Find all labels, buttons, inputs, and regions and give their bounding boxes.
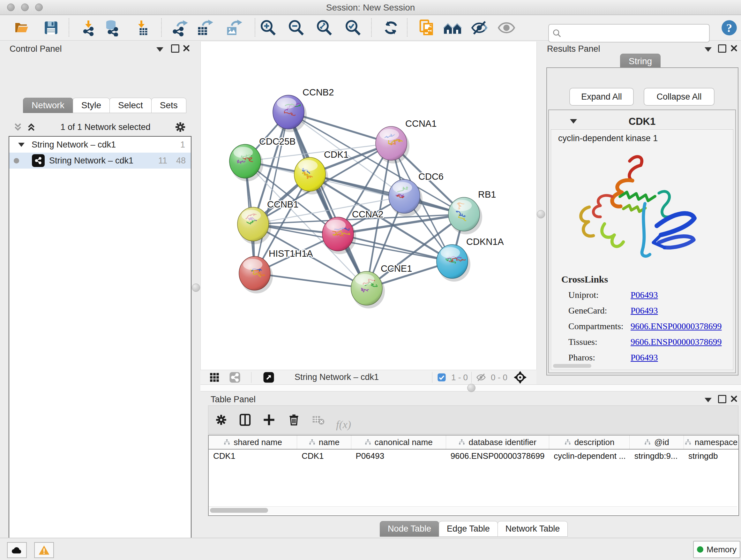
panel-float-icon[interactable] [718,395,726,403]
import-network-file-icon[interactable] [80,19,97,36]
table-cell[interactable]: P06493 [351,451,446,461]
new-network-from-selection-icon[interactable] [418,19,436,37]
table-row[interactable]: CDK1CDK1P064939606.ENSP00000378699cyclin… [209,449,738,462]
table-hscrollbar[interactable] [209,506,737,514]
hidden-eye-slash-icon[interactable] [476,373,486,382]
tab-string[interactable]: String [620,54,661,69]
hide-panels-icon[interactable] [443,20,462,35]
delete-column-trash-icon[interactable] [288,413,300,427]
crosslink-link[interactable]: 9606.ENSP00000378699 [630,337,722,347]
network-collection-row[interactable]: String Network – cdk1 1 [9,137,191,152]
network-row[interactable]: String Network – cdk1 11 48 [9,152,191,169]
expand-all-chevrons-icon[interactable] [26,122,37,132]
crosslink-link[interactable]: P06493 [630,353,658,363]
horizontal-splitter-handle[interactable] [467,384,475,392]
tree-expand-caret-icon[interactable] [18,143,24,147]
show-eye-icon[interactable] [497,20,515,35]
import-network-database-icon[interactable] [104,19,121,37]
table-cell[interactable]: stringdb [684,451,738,461]
table-options-gear-icon[interactable] [215,414,227,426]
collapse-all-chevrons-icon[interactable] [12,122,23,132]
panel-close-icon[interactable] [730,44,738,52]
network-options-gear-icon[interactable] [174,121,186,133]
panel-close-icon[interactable] [183,44,190,52]
delete-table-icon[interactable] [312,415,325,425]
crosslink-link[interactable]: P06493 [630,306,658,316]
refresh-icon[interactable] [383,19,399,36]
tab-network[interactable]: Network [23,98,73,113]
show-columns-icon[interactable] [239,413,252,427]
network-edge-CCNB2-CCNE1[interactable] [288,112,367,288]
left-splitter-handle[interactable] [192,284,200,292]
zoom-out-icon[interactable] [287,19,305,37]
network-node-RB1[interactable]: RB1 [448,189,496,234]
network-node-CDC6[interactable]: CDC6 [389,172,444,216]
table-cell[interactable]: CDK1 [209,451,297,461]
expand-all-button[interactable]: Expand All [569,88,634,106]
birdseye-grid-icon[interactable] [210,373,219,382]
results-scrollbar-thumb[interactable] [553,364,591,368]
panel-close-icon[interactable] [730,395,738,402]
column-header-shared-name[interactable]: shared name [209,435,297,449]
network-node-CDKN1A[interactable]: CDKN1A [436,237,504,282]
tab-sets[interactable]: Sets [151,98,186,113]
column-header-description[interactable]: description [549,435,630,449]
collapse-all-button[interactable]: Collapse All [644,88,715,106]
export-table-icon[interactable] [196,19,213,37]
tab-select[interactable]: Select [110,98,151,113]
tab-edge-table[interactable]: Edge Table [439,521,498,537]
network-node-CCNB2[interactable]: CCNB2 [273,87,334,132]
zoom-in-icon[interactable] [259,19,277,37]
search-box[interactable] [548,24,710,43]
hide-selected-eye-slash-icon[interactable] [471,20,488,36]
crosslink-link[interactable]: 9606.ENSP00000378699 [630,321,722,331]
panel-menu-caret-icon[interactable] [704,398,712,402]
network-node-CCNB1[interactable]: CCNB1 [238,199,298,244]
tab-node-table[interactable]: Node Table [380,521,439,537]
cloud-status-button[interactable] [7,542,27,558]
table-cell[interactable]: CDK1 [297,451,351,461]
warning-status-button[interactable] [34,542,54,558]
function-builder-icon[interactable]: f(x) [336,419,351,431]
table-hscrollbar-thumb[interactable] [210,508,268,513]
zoom-fit-icon[interactable] [316,19,333,37]
network-node-CCNE1[interactable]: CCNE1 [351,263,412,308]
network-node-CDK1[interactable]: CDK1 [294,149,348,194]
fit-content-crosshair-icon[interactable] [514,371,527,384]
open-in-window-icon[interactable] [263,372,274,383]
panel-menu-caret-icon[interactable] [704,47,712,52]
column-header-database-identifier[interactable]: database identifier [446,435,549,449]
crosslink-link[interactable]: P06493 [630,290,658,300]
tab-network-table[interactable]: Network Table [497,521,568,537]
search-input[interactable] [565,28,709,39]
toolbar-separator [371,18,372,37]
panel-float-icon[interactable] [171,44,179,53]
column-header-canonical-name[interactable]: canonical name [351,435,446,449]
selected-checkbox-icon[interactable] [437,373,446,382]
table-cell[interactable]: 9606.ENSP00000378699 [446,451,549,461]
node-label-CCNA1: CCNA1 [405,118,436,129]
horizontal-splitter[interactable] [200,384,741,391]
zoom-selected-icon[interactable] [344,19,361,37]
title-bar: Session: New Session [0,0,741,15]
network-share-icon[interactable] [229,372,241,383]
gene-description: cyclin-dependent kinase 1 [558,133,658,143]
column-header-name[interactable]: name [297,435,351,449]
create-column-plus-icon[interactable] [263,414,275,426]
memory-button[interactable]: Memory [693,541,740,558]
column-header-namespace[interactable]: namespace [684,435,738,449]
table-cell[interactable]: stringdb:9... [630,451,684,461]
network-node-HIST1H1A[interactable]: HIST1H1A [239,248,313,294]
column-header-@id[interactable]: @id [630,435,684,449]
import-table-icon[interactable] [133,19,150,36]
table-cell[interactable]: cyclin-dependent ... [549,451,630,461]
open-session-icon[interactable] [13,20,30,36]
panel-float-icon[interactable] [718,44,726,53]
export-network-icon[interactable] [172,19,189,37]
panel-menu-caret-icon[interactable] [156,47,163,52]
tab-style[interactable]: Style [73,98,110,113]
save-session-icon[interactable] [43,20,59,36]
export-image-icon[interactable] [225,19,243,37]
network-canvas[interactable]: CCNB2CCNA1CDC25BCDK1CDC6RB1CCNB1CCNA2CDK… [200,42,537,370]
help-icon[interactable]: ? [721,19,738,36]
